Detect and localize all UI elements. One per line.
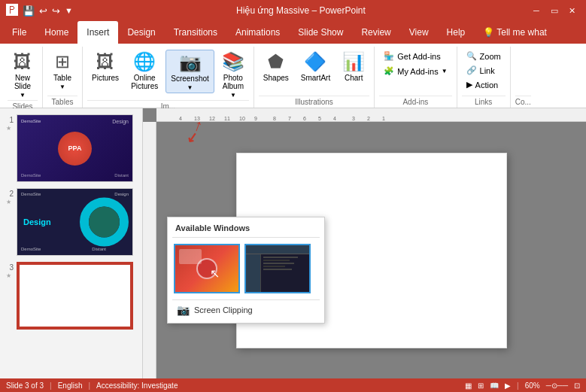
window-preview-editor <box>246 245 309 292</box>
slide-number-3: 3 <box>3 263 14 272</box>
view-reading[interactable]: 📖 <box>490 381 499 390</box>
tab-slideshow[interactable]: Slide Show <box>289 21 352 44</box>
tab-view[interactable]: View <box>400 21 438 44</box>
zoom-slider[interactable]: ─⊙── <box>546 381 568 390</box>
get-addins-label: Get Add-ins <box>397 52 440 61</box>
screenshot-dropdown: Available Windows ↖ <box>167 217 325 324</box>
restore-button[interactable]: ▭ <box>547 3 562 18</box>
tab-search[interactable]: 💡 Tell me what <box>474 21 556 44</box>
ruler-vertical <box>143 122 156 378</box>
popup-window-1[interactable]: ↖ <box>174 244 240 293</box>
online-pictures-button[interactable]: 🌐 OnlinePictures <box>126 50 162 92</box>
tab-help[interactable]: Help <box>438 21 475 44</box>
accessibility-label: Accessibility: Investigate <box>96 381 178 390</box>
slide2-circle-inner <box>89 207 120 238</box>
smartart-button[interactable]: 🔷 SmartArt <box>296 50 335 84</box>
links-group-label: Links <box>462 96 506 108</box>
screen-clipping-button[interactable]: 📷 Screen Clipping <box>172 299 320 318</box>
slide-item-3[interactable]: 3 ★ <box>3 262 139 330</box>
separator-3: | <box>517 381 519 390</box>
lightbulb-icon: 💡 <box>483 27 494 38</box>
view-normal[interactable]: ▦ <box>465 381 472 390</box>
window-preview-ppt: ↖ <box>175 245 238 292</box>
screenshot-label: Screenshot <box>171 74 209 83</box>
slide-number-2: 2 <box>3 190 14 198</box>
store-icon: 🏪 <box>384 51 394 61</box>
quick-customize[interactable]: ▼ <box>65 6 73 15</box>
table-icon: ⊞ <box>55 51 70 72</box>
main-area: 1 ★ DemoSite Design PPA DemoSite Distant… <box>0 108 586 378</box>
close-button[interactable]: ✕ <box>565 3 580 18</box>
clip-icon: 📷 <box>177 304 190 316</box>
new-slide-label: NewSlide <box>14 74 31 90</box>
window-controls: ─ ▭ ✕ <box>529 3 580 18</box>
slide1-circle: PPA <box>58 132 92 166</box>
slide-item-1[interactable]: 1 ★ DemoSite Design PPA DemoSite Distant <box>3 114 139 182</box>
slide-item-2[interactable]: 2 ★ Design DemoSite Design DemoSite Dist… <box>3 188 139 256</box>
tab-animations[interactable]: Animations <box>226 21 289 44</box>
ribbon-group-images: 🖼 Pictures 🌐 OnlinePictures 📷 Screenshot… <box>83 47 254 108</box>
ruler-horizontal: 4 13 12 11 10 9 8 7 6 5 4 3 2 1 <box>156 108 586 122</box>
popup-windows: ↖ <box>172 242 320 295</box>
quick-redo[interactable]: ↪ <box>52 5 60 17</box>
separator-2: | <box>88 381 90 390</box>
zoom-button[interactable]: 🔍 Zoom <box>462 50 506 62</box>
title-bar-left: 🅿 💾 ↩ ↪ ▼ <box>6 4 73 17</box>
zoom-level: 60% <box>525 381 540 390</box>
illustrations-group-label: Illustrations <box>259 96 369 108</box>
shapes-label: Shapes <box>263 74 289 82</box>
online-pictures-label: OnlinePictures <box>131 74 158 90</box>
app-title: Hiệu ứng Massive – PowerPoint <box>236 5 366 16</box>
slide-star-2: ★ <box>6 199 11 205</box>
cursor-icon: ↖ <box>210 266 220 281</box>
chart-button[interactable]: 📊 Chart <box>338 50 369 84</box>
quick-save[interactable]: 💾 <box>23 5 35 17</box>
link-button[interactable]: 🔗 Link <box>462 64 499 77</box>
photo-album-icon: 📚 <box>222 51 244 72</box>
fit-slide[interactable]: ⊡ <box>574 381 580 390</box>
slide-panel: 1 ★ DemoSite Design PPA DemoSite Distant… <box>0 108 143 378</box>
slide-star-1: ★ <box>6 125 11 132</box>
tab-home[interactable]: Home <box>35 21 77 44</box>
smartart-icon: 🔷 <box>304 51 326 72</box>
puzzle-icon: 🧩 <box>384 66 394 76</box>
table-button[interactable]: ⊞ Table ▼ <box>47 50 77 92</box>
quick-undo[interactable]: ↩ <box>39 5 47 17</box>
view-slideshow[interactable]: ▶ <box>505 381 511 390</box>
zoom-label: Zoom <box>480 52 501 61</box>
smartart-label: SmartArt <box>301 74 330 82</box>
new-slide-button[interactable]: 🖼 NewSlide ▼ <box>8 50 38 100</box>
shapes-icon: ⬟ <box>268 51 284 72</box>
slide-thumb-1[interactable]: DemoSite Design PPA DemoSite Distant <box>17 114 133 182</box>
view-sorter[interactable]: ⊞ <box>478 381 484 390</box>
action-icon: ▶ <box>466 80 472 90</box>
tab-file[interactable]: File <box>3 21 35 44</box>
slide-thumb-3[interactable] <box>17 262 133 330</box>
popup-window-2[interactable] <box>244 244 311 293</box>
tab-insert[interactable]: Insert <box>77 21 118 44</box>
zoom-icon: 🔍 <box>466 51 477 61</box>
tab-design[interactable]: Design <box>118 21 164 44</box>
ribbon-group-links: 🔍 Zoom 🔗 Link ▶ Action Links <box>457 47 511 108</box>
ribbon-group-addins: 🏪 Get Add-ins 🧩 My Add-ins ▼ Add-ins <box>375 47 457 108</box>
pictures-button[interactable]: 🖼 Pictures <box>87 50 123 84</box>
screenshot-button[interactable]: 📷 Screenshot ▼ <box>165 50 214 93</box>
slide-info: Slide 3 of 3 <box>6 381 44 390</box>
tab-transitions[interactable]: Transitions <box>165 21 226 44</box>
tab-review[interactable]: Review <box>352 21 399 44</box>
photo-album-button[interactable]: 📚 PhotoAlbum ▼ <box>217 50 249 100</box>
get-addins-button[interactable]: 🏪 Get Add-ins <box>379 50 445 62</box>
screen-clipping-label: Screen Clipping <box>194 305 253 315</box>
shapes-button[interactable]: ⬟ Shapes <box>259 50 293 84</box>
language-label: English <box>58 381 83 390</box>
comments-group-label: Co... <box>515 96 531 108</box>
action-button[interactable]: ▶ Action <box>462 78 503 91</box>
title-bar: 🅿 💾 ↩ ↪ ▼ Hiệu ứng Massive – PowerPoint … <box>0 0 586 21</box>
minimize-button[interactable]: ─ <box>529 3 544 18</box>
slide-thumb-2[interactable]: Design DemoSite Design DemoSite Distant <box>17 188 133 256</box>
screenshot-icon: 📷 <box>179 52 202 73</box>
my-addins-button[interactable]: 🧩 My Add-ins ▼ <box>379 65 451 77</box>
ribbon-tabs: File Home Insert Design Transitions Anim… <box>0 21 586 44</box>
my-addins-label: My Add-ins <box>397 67 438 76</box>
slide3-blank <box>18 263 132 328</box>
